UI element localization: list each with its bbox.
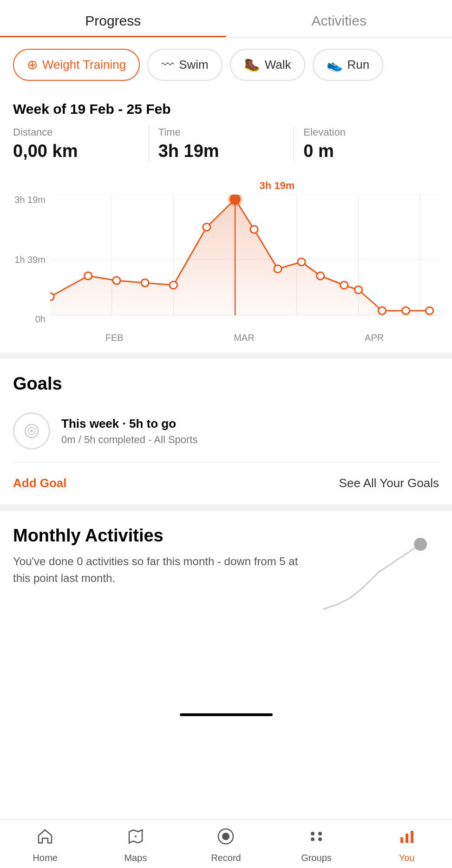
stat-distance-value: 0,00 km (13, 141, 139, 161)
nav-you[interactable]: You (361, 828, 452, 863)
week-title: Week of 19 Feb - 25 Feb (13, 101, 439, 117)
monthly-chart-dot (414, 538, 427, 551)
dp-1 (84, 272, 92, 280)
monthly-title: Monthly Activities (13, 526, 309, 546)
goals-actions: Add Goal See All Your Goals (13, 467, 439, 495)
filter-weight-training[interactable]: ⊕ Weight Training (13, 49, 140, 81)
y-label-mid: 1h 39m (13, 255, 50, 265)
groups-icon (308, 828, 325, 849)
dp-13 (378, 307, 386, 314)
filter-run[interactable]: 👟 Run (313, 49, 384, 81)
add-goal-button[interactable]: Add Goal (13, 476, 67, 490)
stats-row: Distance 0,00 km Time 3h 19m Elevation 0… (13, 126, 439, 161)
y-label-top: 3h 19m (13, 195, 50, 205)
filter-walk[interactable]: 🥾 Walk (230, 49, 305, 81)
nav-groups-label: Groups (301, 853, 332, 863)
dp-14 (402, 307, 409, 314)
you-icon (399, 828, 415, 849)
maps-icon (127, 828, 144, 849)
nav-home[interactable]: Home (0, 828, 91, 863)
dp-15 (426, 307, 433, 314)
goal-title: This week · 5h to go (61, 417, 197, 431)
goal-item: This week · 5h to go 0m / 5h completed -… (13, 405, 439, 457)
dp-3 (141, 279, 149, 287)
tab-progress[interactable]: Progress (0, 0, 226, 37)
dp-2 (113, 277, 120, 284)
nav-maps-label: Maps (124, 853, 147, 863)
nav-groups[interactable]: Groups (271, 828, 362, 863)
nav-record-label: Record (211, 853, 241, 863)
chart-fill (50, 199, 439, 315)
monthly-text: Monthly Activities You've done 0 activit… (13, 526, 309, 620)
svg-point-15 (311, 832, 314, 835)
goals-title: Goals (13, 374, 439, 394)
dp-9 (298, 258, 305, 266)
dp-8 (274, 265, 282, 273)
swim-icon: 〰 (161, 57, 174, 72)
goals-section: Goals This week · 5h to go 0m / 5h compl… (0, 359, 452, 504)
filter-weight-training-label: Weight Training (42, 58, 126, 72)
week-section: Week of 19 Feb - 25 Feb Distance 0,00 km… (0, 92, 452, 175)
tab-progress-label: Progress (85, 13, 141, 28)
svg-point-12 (135, 835, 137, 837)
goal-icon (13, 412, 50, 450)
stat-time: Time 3h 19m (149, 126, 294, 161)
x-label-mar: MAR (234, 333, 254, 343)
nav-home-label: Home (33, 853, 58, 863)
filter-walk-label: Walk (265, 58, 291, 72)
bottom-spacer (0, 634, 452, 709)
stat-time-value: 3h 19m (158, 141, 285, 161)
section-separator-1 (0, 352, 452, 359)
tab-activities[interactable]: Activities (226, 0, 452, 37)
chart-container: 3h 19m 3h 19m 1h 39m 0h (0, 175, 452, 352)
bottom-nav: Home Maps Record Groups (0, 819, 452, 868)
dp-10 (317, 272, 324, 280)
stat-distance: Distance 0,00 km (13, 126, 149, 161)
nav-maps[interactable]: Maps (91, 828, 181, 863)
chart-tooltip: 3h 19m (13, 180, 439, 192)
filter-swim[interactable]: 〰 Swim (147, 49, 223, 81)
dp-12 (354, 286, 362, 294)
svg-point-17 (311, 837, 314, 841)
home-indicator (180, 713, 273, 716)
svg-point-11 (30, 430, 33, 432)
stat-distance-label: Distance (13, 126, 139, 138)
dp-6 (230, 195, 240, 204)
stat-elevation-label: Elevation (303, 126, 430, 138)
svg-point-18 (318, 837, 322, 841)
home-icon (37, 828, 53, 849)
svg-point-16 (318, 832, 322, 835)
chart-x-labels: FEB MAR APR (50, 328, 439, 343)
see-all-goals-button[interactable]: See All Your Goals (339, 476, 439, 490)
stat-elevation-value: 0 m (303, 141, 430, 161)
svg-rect-20 (406, 834, 408, 843)
svg-rect-19 (400, 837, 403, 843)
record-icon (217, 828, 234, 849)
weight-training-icon: ⊕ (27, 57, 38, 72)
section-separator-2 (0, 504, 452, 511)
dp-5 (203, 223, 210, 231)
y-label-bot: 0h (13, 314, 50, 325)
x-label-feb: FEB (105, 333, 124, 343)
tab-activities-label: Activities (312, 13, 367, 28)
monthly-section: Monthly Activities You've done 0 activit… (0, 511, 452, 634)
nav-record[interactable]: Record (181, 828, 271, 863)
goal-subtitle: 0m / 5h completed - All Sports (61, 434, 197, 446)
monthly-svg (318, 526, 430, 619)
chart-wrap[interactable]: 3h 19m 1h 39m 0h (13, 195, 439, 343)
dp-4 (170, 281, 177, 289)
nav-you-label: You (399, 853, 415, 863)
activity-filters: ⊕ Weight Training 〰 Swim 🥾 Walk 👟 Run (0, 38, 452, 92)
goal-icon-svg (22, 422, 41, 440)
filter-run-label: Run (347, 58, 370, 72)
dp-7 (250, 226, 258, 233)
top-tabs: Progress Activities (0, 0, 452, 38)
goal-text: This week · 5h to go 0m / 5h completed -… (61, 417, 197, 446)
svg-point-14 (222, 833, 229, 840)
x-label-apr: APR (365, 333, 384, 343)
filter-swim-label: Swim (179, 58, 209, 72)
chart-y-labels: 3h 19m 1h 39m 0h (13, 195, 50, 325)
stat-time-label: Time (158, 126, 285, 138)
monthly-mini-chart (318, 526, 439, 620)
goal-divider (13, 462, 439, 462)
